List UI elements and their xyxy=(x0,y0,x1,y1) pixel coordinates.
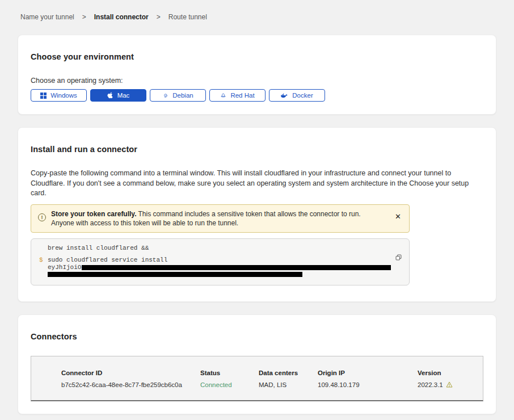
os-select-label: Choose an operating system: xyxy=(31,77,483,85)
data-centers-value: MAD, LIS xyxy=(259,381,318,388)
os-button-group: Windows Mac Debian Red Hat xyxy=(31,89,483,102)
breadcrumb: Name your tunnel > Install connector > R… xyxy=(20,13,496,21)
connector-id-value: b7c52c42-6caa-48ee-8c77-fbe259cb6c0a xyxy=(61,381,200,388)
install-card-title: Install and run a connector xyxy=(31,145,483,154)
col-data-centers: Data centers xyxy=(259,369,318,376)
breadcrumb-separator: > xyxy=(82,13,86,21)
os-button-windows[interactable]: Windows xyxy=(31,89,87,102)
connectors-card: Connectors Connector ID Status Data cent… xyxy=(18,314,496,414)
version-number: 2022.3.1 xyxy=(418,381,443,388)
token-prefix: eyJhIjoiO xyxy=(48,264,81,271)
choose-environment-card: Choose your environment Choose an operat… xyxy=(18,35,496,115)
token-warning-banner: ! Store your token carefully.This comman… xyxy=(31,204,410,233)
col-status: Status xyxy=(200,369,259,376)
redacted-token-bar-2 xyxy=(48,272,302,277)
breadcrumb-step-install-connector[interactable]: Install connector xyxy=(94,13,149,21)
os-button-label: Red Hat xyxy=(230,92,254,99)
docker-icon xyxy=(281,93,288,98)
connectors-card-title: Connectors xyxy=(31,332,483,341)
os-button-debian[interactable]: Debian xyxy=(150,89,206,102)
install-connector-card: Install and run a connector Copy-paste t… xyxy=(18,127,496,302)
os-button-docker[interactable]: Docker xyxy=(269,89,325,102)
table-row: b7c52c42-6caa-48ee-8c77-fbe259cb6c0a Con… xyxy=(31,376,483,400)
debian-icon xyxy=(162,93,168,99)
alert-circle-icon: ! xyxy=(38,213,46,221)
col-connector-id: Connector ID xyxy=(61,369,200,376)
table-header-row: Connector ID Status Data centers Origin … xyxy=(31,356,483,376)
os-button-mac[interactable]: Mac xyxy=(90,89,146,102)
apple-icon xyxy=(107,92,113,99)
os-button-label: Debian xyxy=(172,92,193,99)
redhat-icon xyxy=(220,92,226,99)
col-version: Version xyxy=(418,369,483,376)
warning-title: Store your token carefully. xyxy=(51,210,137,218)
version-warning-icon xyxy=(446,381,453,388)
col-origin-ip: Origin IP xyxy=(318,369,418,376)
os-button-label: Docker xyxy=(292,92,313,99)
install-description: Copy-paste the following command into a … xyxy=(31,169,482,199)
os-button-label: Mac xyxy=(117,92,130,99)
tunnel-setup-page: Name your tunnel > Install connector > R… xyxy=(0,0,514,420)
breadcrumb-step-route-tunnel[interactable]: Route tunnel xyxy=(168,13,207,21)
code-line-sudo: sudo cloudflared service install xyxy=(48,257,391,263)
environment-card-title: Choose your environment xyxy=(31,52,483,61)
copy-icon[interactable] xyxy=(395,254,402,263)
close-icon[interactable]: ✕ xyxy=(395,213,401,220)
version-value: 2022.3.1 xyxy=(418,381,483,388)
os-button-label: Windows xyxy=(50,92,77,99)
os-button-redhat[interactable]: Red Hat xyxy=(209,89,266,102)
warning-text: Store your token carefully.This command … xyxy=(51,209,390,228)
code-line-brew: brew install cloudflared && xyxy=(48,245,401,251)
connectors-table: Connector ID Status Data centers Origin … xyxy=(31,356,483,401)
windows-icon xyxy=(40,93,47,99)
redacted-token-bar xyxy=(82,265,391,270)
breadcrumb-step-name-your-tunnel[interactable]: Name your tunnel xyxy=(20,13,74,21)
origin-ip-value: 109.48.10.179 xyxy=(318,381,418,388)
breadcrumb-separator: > xyxy=(157,13,161,21)
install-command-code-block: brew install cloudflared && $ sudo cloud… xyxy=(31,238,410,285)
shell-prompt: $ xyxy=(39,257,48,279)
status-badge: Connected xyxy=(200,381,259,388)
